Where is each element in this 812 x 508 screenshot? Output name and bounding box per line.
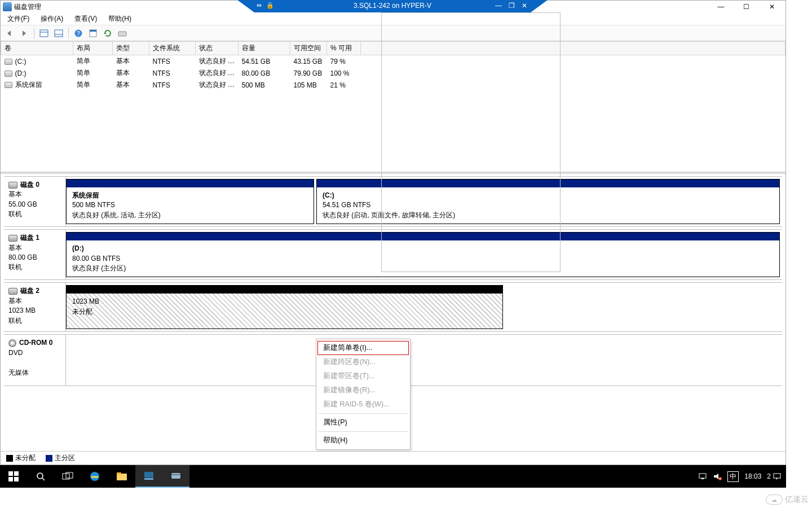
svg-rect-24 [144,472,153,478]
hyperv-connection-bar: ⇔ 🔒 3.SQL1-242 on HYPER-V — ❐ ✕ [237,0,548,12]
hv-minimize-icon[interactable]: — [495,2,502,10]
svg-point-17 [37,473,43,479]
ctx-properties[interactable]: 属性(P) [317,415,409,430]
disk-label[interactable]: 磁盘 2 基本 1023 MB 联机 [4,283,66,331]
col-free[interactable]: 可用空间 [290,42,327,55]
svg-rect-29 [701,478,704,479]
taskbar-explorer[interactable] [108,465,135,488]
ctx-new-mirrored-volume: 新建镜像卷(R)... [317,383,409,397]
disk-label[interactable]: 磁盘 1 基本 80.00 GB 联机 [4,230,66,279]
menu-action[interactable]: 操作(A) [37,13,67,25]
svg-rect-10 [90,30,96,32]
partition-c[interactable]: (C:) 54.51 GB NTFS 状态良好 (启动, 页面文件, 故障转储,… [316,179,780,224]
partition-system-reserved[interactable]: 系统保留 500 MB NTFS 状态良好 (系统, 活动, 主分区) [66,179,314,224]
disk-icon [8,235,17,242]
volume-table: 卷 布局 类型 文件系统 状态 容量 可用空间 % 可用 (C:) 简单基本 N… [1,41,785,91]
svg-text:?: ? [77,30,80,37]
col-pct[interactable]: % 可用 [327,42,361,55]
disk-label[interactable]: 磁盘 0 基本 55.00 GB 联机 [4,177,66,226]
taskbar-ie[interactable] [81,465,108,488]
ctx-help[interactable]: 帮助(H) [317,433,409,448]
tray-ime[interactable]: 中 [727,471,739,482]
menu-file[interactable]: 文件(F) [4,13,33,25]
ctx-new-striped-volume: 新建带区卷(T)... [317,369,409,383]
svg-rect-5 [55,30,63,37]
hv-restore-icon[interactable]: ❐ [509,2,515,10]
hv-close-icon[interactable]: ✕ [522,2,527,10]
col-type[interactable]: 类型 [113,42,149,55]
tray-clock[interactable]: 18:03 [744,472,761,480]
maximize-button[interactable]: ☐ [734,1,759,13]
svg-rect-23 [117,472,121,475]
disk-icon [8,182,17,189]
partition-d[interactable]: (D:) 80.00 GB NTFS 状态良好 (主分区) [66,232,780,277]
disk-icon [8,288,17,295]
refresh-icon[interactable] [101,27,114,40]
svg-rect-28 [699,474,706,478]
view-bottom-icon[interactable] [52,27,65,40]
toolbar: ? [1,25,785,41]
svg-rect-25 [144,478,153,480]
task-view-button[interactable] [54,465,81,488]
svg-rect-15 [8,477,13,481]
svg-line-18 [42,478,45,480]
menu-view[interactable]: 查看(V) [71,13,100,25]
svg-rect-13 [8,471,13,476]
volume-header-row: 卷 布局 类型 文件系统 状态 容量 可用空间 % 可用 [1,42,785,55]
disk-row-2: 磁盘 2 基本 1023 MB 联机 1023 MB 未分配 [4,282,782,332]
tray-network-icon[interactable] [698,472,707,480]
minimize-button[interactable]: — [708,1,734,13]
volume-icon [5,82,12,88]
disk-row-1: 磁盘 1 基本 80.00 GB 联机 (D:) 80.00 GB NTFS 状… [4,229,782,280]
cdrom-icon [8,339,16,347]
svg-rect-27 [171,474,180,475]
menu-help[interactable]: 帮助(H) [105,13,135,25]
svg-rect-26 [171,473,180,479]
ctx-new-simple-volume[interactable]: 新建简单卷(I)... [317,341,409,355]
legend-bar: 未分配 主分区 [1,451,785,465]
taskbar: 中 18:03 2 [0,465,786,488]
disk-label[interactable]: CD-ROM 0 DVD 无媒体 [4,335,66,386]
col-status[interactable]: 状态 [196,42,239,55]
col-layout[interactable]: 布局 [73,42,113,55]
help-icon[interactable]: ? [72,27,85,40]
tray-notifications[interactable]: 2 [767,472,782,480]
rescan-icon[interactable] [116,27,129,40]
close-button[interactable]: ✕ [759,1,784,13]
svg-marker-2 [23,30,26,36]
search-button[interactable] [27,465,54,488]
svg-rect-3 [40,30,48,37]
properties-icon[interactable] [86,27,100,40]
volume-list-pane[interactable]: 卷 布局 类型 文件系统 状态 容量 可用空间 % 可用 (C:) 简单基本 N… [1,41,785,174]
disk-row-0: 磁盘 0 基本 55.00 GB 联机 系统保留 500 MB NTFS 状态良… [4,176,782,227]
view-top-icon[interactable] [37,27,51,40]
system-tray: 中 18:03 2 [698,471,786,482]
window-buttons: — ☐ ✕ [708,1,784,13]
volume-icon [5,59,12,65]
cloud-icon: ☁ [766,494,783,505]
col-volume[interactable]: 卷 [1,42,73,55]
back-button[interactable] [3,27,16,40]
volume-row[interactable]: 系统保留 简单基本 NTFS状态良好 (... 500 MB105 MB 21 … [1,79,785,91]
svg-marker-35 [776,478,778,480]
start-button[interactable] [0,465,27,488]
partition-unallocated[interactable]: 1023 MB 未分配 [66,285,503,329]
col-capacity[interactable]: 容量 [239,42,290,55]
app-icon [3,2,12,11]
volume-row[interactable]: (D:) 简单基本 NTFS状态良好 (... 80.00 GB79.90 GB… [1,67,785,79]
svg-rect-16 [14,477,19,481]
tray-volume-icon[interactable] [713,472,722,480]
taskbar-server-manager[interactable] [135,465,162,488]
svg-rect-34 [774,474,780,478]
legend-primary: 主分区 [46,453,75,463]
legend-unallocated: 未分配 [6,453,36,463]
col-filesystem[interactable]: 文件系统 [149,42,196,55]
svg-rect-12 [118,32,126,36]
svg-marker-1 [7,30,11,36]
taskbar-disk-management[interactable] [162,465,189,488]
watermark: ☁ 亿速云 [766,494,809,505]
forward-button[interactable] [17,27,31,40]
menu-bar: 文件(F) 操作(A) 查看(V) 帮助(H) [1,13,785,25]
volume-row[interactable]: (C:) 简单基本 NTFS状态良好 (... 54.51 GB43.15 GB… [1,55,785,68]
context-menu: 新建简单卷(I)... 新建跨区卷(N)... 新建带区卷(T)... 新建镜像… [316,339,411,450]
